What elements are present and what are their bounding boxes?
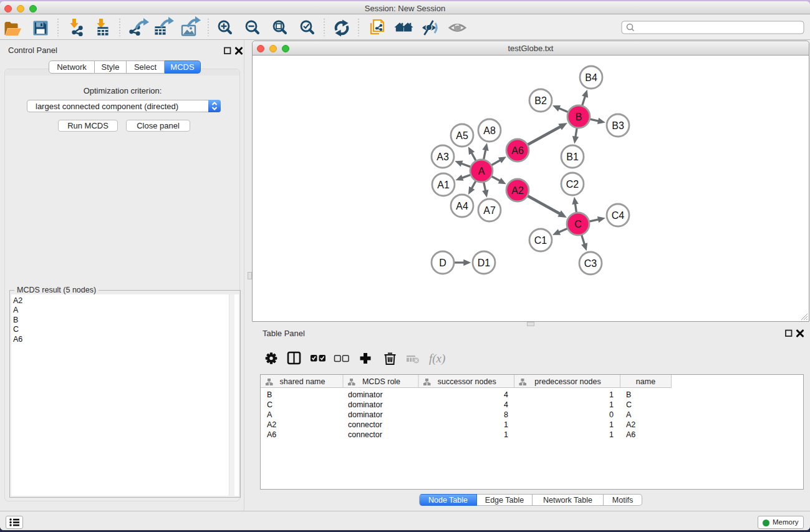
svg-text:D: D (439, 258, 446, 268)
svg-text:A7: A7 (483, 205, 496, 216)
svg-text:C2: C2 (566, 179, 579, 190)
svg-text:A4: A4 (456, 201, 468, 211)
svg-text:successor nodes: successor nodes (438, 377, 496, 386)
svg-text:A5: A5 (456, 130, 468, 141)
svg-text:predecessor nodes: predecessor nodes (534, 377, 600, 386)
svg-text:shared name: shared name (280, 377, 325, 386)
svg-text:C1: C1 (534, 235, 547, 246)
svg-text:B3: B3 (612, 120, 624, 131)
svg-text:C: C (574, 219, 582, 230)
svg-text:A2: A2 (511, 185, 524, 196)
svg-text:A8: A8 (483, 125, 496, 136)
svg-text:A3: A3 (436, 152, 449, 162)
svg-text:B1: B1 (566, 152, 579, 162)
svg-text:B: B (576, 112, 582, 122)
svg-text:C4: C4 (612, 210, 625, 221)
svg-text:name: name (636, 377, 655, 386)
svg-text:MCDS role: MCDS role (362, 377, 400, 386)
svg-text:B4: B4 (585, 72, 597, 83)
svg-text:f(x): f(x) (429, 352, 445, 365)
svg-text:A6: A6 (511, 145, 524, 156)
svg-text:B2: B2 (534, 95, 547, 106)
svg-text:A1: A1 (437, 180, 450, 190)
svg-text:C3: C3 (584, 258, 597, 269)
svg-text:D1: D1 (478, 258, 491, 268)
svg-text:A: A (478, 166, 485, 177)
